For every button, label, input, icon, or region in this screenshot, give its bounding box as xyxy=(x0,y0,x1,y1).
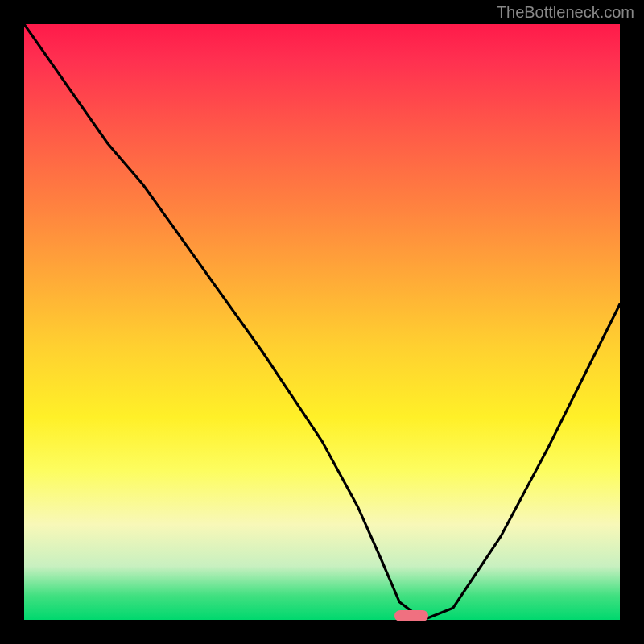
bottleneck-curve xyxy=(24,24,620,620)
plot-area xyxy=(24,24,620,620)
curve-svg xyxy=(24,24,620,620)
minimum-marker xyxy=(394,610,428,621)
watermark-text: TheBottleneck.com xyxy=(497,3,634,22)
chart-container: TheBottleneck.com xyxy=(0,0,644,644)
